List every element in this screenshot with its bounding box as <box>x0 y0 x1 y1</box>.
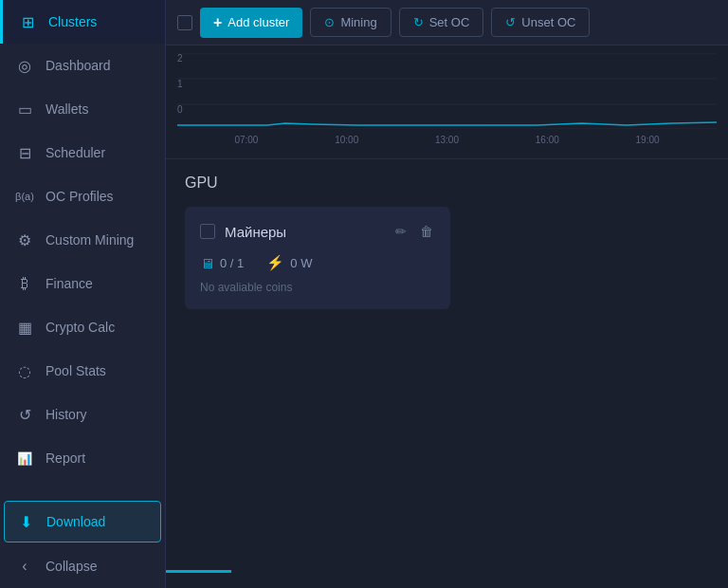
oc-profiles-icon: β(a) <box>15 187 34 206</box>
workers-value: 0 / 1 <box>220 256 244 270</box>
history-icon: ↺ <box>15 405 34 424</box>
collapse-icon: ‹ <box>15 557 34 576</box>
sidebar-item-label: OC Profiles <box>46 189 114 204</box>
workers-icon: 🖥 <box>200 255 214 271</box>
crypto-calc-icon: ▦ <box>15 318 34 337</box>
wallets-icon: ▭ <box>15 100 34 119</box>
download-icon: ⬇ <box>16 512 35 531</box>
set-oc-button[interactable]: ↻ Set OC <box>399 8 484 37</box>
sidebar-item-history[interactable]: ↺ History <box>0 393 165 436</box>
sidebar-item-label: Finance <box>46 276 93 291</box>
sidebar-item-label: Scheduler <box>46 145 105 160</box>
miner-card: Майнеры ✏ 🗑 🖥 0 / 1 ⚡ 0 W <box>185 207 450 309</box>
chart-y-labels: 2 1 0 <box>177 53 183 115</box>
y-label-2: 2 <box>177 53 183 64</box>
unset-oc-icon: ↺ <box>505 15 516 29</box>
pool-stats-icon: ◌ <box>15 361 34 380</box>
workers-stat: 🖥 0 / 1 <box>200 255 244 271</box>
miner-checkbox[interactable] <box>200 224 215 239</box>
power-value: 0 W <box>290 256 312 270</box>
x-label-1600: 16:00 <box>536 135 559 145</box>
section-title: GPU <box>185 175 709 192</box>
chart-x-labels: 07:00 10:00 13:00 16:00 19:00 <box>177 133 717 145</box>
add-cluster-plus-icon: + <box>213 14 222 31</box>
mining-label: Mining <box>340 15 376 29</box>
main-content: + Add cluster ⊙ Mining ↻ Set OC ↺ Unset … <box>166 0 728 588</box>
set-oc-label: Set OC <box>429 15 470 29</box>
sidebar-item-label: Clusters <box>48 14 97 29</box>
sidebar-item-scheduler[interactable]: ⊟ Scheduler <box>0 131 165 175</box>
miner-card-header: Майнеры ✏ 🗑 <box>200 222 435 241</box>
mining-button[interactable]: ⊙ Mining <box>310 8 391 37</box>
add-cluster-button[interactable]: + Add cluster <box>200 8 302 38</box>
arrow-annotation <box>166 563 231 579</box>
x-label-1300: 13:00 <box>435 135 459 145</box>
sidebar-item-wallets[interactable]: ▭ Wallets <box>0 87 165 131</box>
sidebar-item-pool-stats[interactable]: ◌ Pool Stats <box>0 349 165 393</box>
sidebar-item-label: Dashboard <box>46 58 111 73</box>
chart-area: 2 1 0 07:00 10:00 13:00 16:00 19:00 <box>166 46 728 159</box>
select-all-checkbox[interactable] <box>177 15 192 30</box>
sidebar-item-collapse[interactable]: ‹ Collapse <box>0 544 165 588</box>
sidebar-item-dashboard[interactable]: ◎ Dashboard <box>0 44 165 87</box>
miner-actions: ✏ 🗑 <box>393 222 435 241</box>
y-label-0: 0 <box>177 104 183 115</box>
sidebar-item-oc-profiles[interactable]: β(a) OC Profiles <box>0 175 165 218</box>
y-label-1: 1 <box>177 79 183 89</box>
chart-svg <box>177 53 717 129</box>
miner-name: Майнеры <box>225 224 384 240</box>
sidebar-item-label: Pool Stats <box>46 363 106 378</box>
sidebar-item-label: Collapse <box>46 559 97 574</box>
sidebar-item-clusters[interactable]: ⊞ Clusters <box>0 0 165 44</box>
add-cluster-label: Add cluster <box>228 15 289 29</box>
miner-edit-button[interactable]: ✏ <box>393 222 409 241</box>
custom-mining-icon: ⚙ <box>15 230 34 249</box>
sidebar-item-report[interactable]: 📊 Report <box>0 436 165 480</box>
edit-icon: ✏ <box>395 224 407 239</box>
x-label-1000: 10:00 <box>335 135 358 145</box>
sidebar-item-crypto-calc[interactable]: ▦ Crypto Calc <box>0 305 165 349</box>
sidebar: ⊞ Clusters ◎ Dashboard ▭ Wallets ⊟ Sched… <box>0 0 166 588</box>
sidebar-bottom: ⬇ Download ‹ Collapse <box>0 499 165 588</box>
miner-stats: 🖥 0 / 1 ⚡ 0 W <box>200 254 435 271</box>
sidebar-item-label: Custom Mining <box>46 232 134 248</box>
scheduler-icon: ⊟ <box>15 143 34 162</box>
clusters-icon: ⊞ <box>18 12 37 31</box>
finance-icon: ₿ <box>15 274 34 293</box>
sidebar-item-label: Wallets <box>46 101 88 117</box>
x-label-1900: 19:00 <box>636 135 660 145</box>
set-oc-icon: ↻ <box>413 15 424 29</box>
x-label-0700: 07:00 <box>234 135 258 145</box>
sidebar-item-label: Report <box>46 450 85 466</box>
mining-icon: ⊙ <box>324 15 335 29</box>
no-coins-label: No avaliable coins <box>200 281 435 294</box>
power-icon: ⚡ <box>266 254 284 271</box>
trash-icon: 🗑 <box>420 224 433 239</box>
sidebar-item-custom-mining[interactable]: ⚙ Custom Mining <box>0 218 165 262</box>
sidebar-item-label: Download <box>46 514 105 529</box>
topbar: + Add cluster ⊙ Mining ↻ Set OC ↺ Unset … <box>166 0 728 46</box>
arrow-line <box>166 570 231 573</box>
sidebar-item-finance[interactable]: ₿ Finance <box>0 262 165 305</box>
sidebar-item-download[interactable]: ⬇ Download <box>4 501 161 542</box>
report-icon: 📊 <box>15 449 34 468</box>
sidebar-item-label: Crypto Calc <box>46 320 115 335</box>
unset-oc-button[interactable]: ↺ Unset OC <box>491 8 590 37</box>
miner-delete-button[interactable]: 🗑 <box>418 222 435 241</box>
unset-oc-label: Unset OC <box>521 15 575 29</box>
content: GPU Майнеры ✏ 🗑 🖥 0 / 1 <box>166 159 728 588</box>
sidebar-item-label: History <box>46 407 87 422</box>
power-stat: ⚡ 0 W <box>266 254 312 271</box>
dashboard-icon: ◎ <box>15 56 34 75</box>
